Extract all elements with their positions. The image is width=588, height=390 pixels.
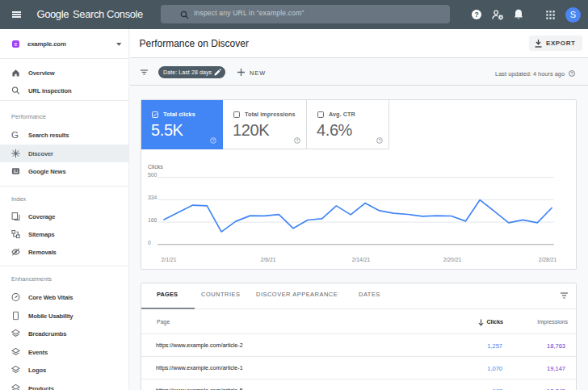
svg-text:500: 500: [148, 172, 158, 178]
svg-text:2/28/21: 2/28/21: [539, 257, 557, 262]
svg-text:2/14/21: 2/14/21: [352, 257, 371, 262]
svg-text:0: 0: [148, 240, 151, 245]
svg-text:334: 334: [148, 195, 158, 200]
svg-text:2/6/21: 2/6/21: [261, 257, 276, 262]
svg-text:166: 166: [148, 217, 158, 223]
svg-text:2/1/21: 2/1/21: [162, 257, 177, 262]
svg-text:Clicks: Clicks: [148, 164, 163, 170]
svg-text:2/20/21: 2/20/21: [443, 257, 462, 262]
svg-text:?: ?: [571, 71, 573, 76]
svg-text:?: ?: [474, 10, 478, 19]
